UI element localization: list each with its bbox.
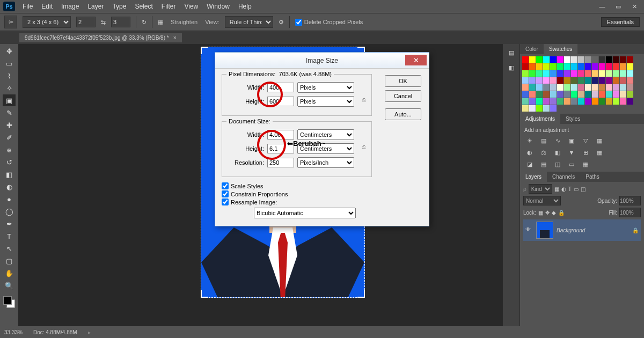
gear-icon[interactable]: ⚙ (279, 19, 284, 26)
close-button[interactable]: ✕ (627, 2, 642, 11)
history-icon[interactable]: ▤ (506, 47, 517, 58)
swatch[interactable] (606, 84, 612, 91)
maximize-button[interactable]: ▭ (611, 2, 626, 11)
pixel-height-unit-select[interactable]: Pixels (297, 96, 354, 107)
swatch[interactable] (599, 56, 605, 63)
swatch[interactable] (578, 56, 584, 63)
adjustments-tab[interactable]: Adjustments (520, 114, 560, 124)
swatch[interactable] (592, 63, 598, 70)
swatch[interactable] (585, 56, 591, 63)
swatch[interactable] (543, 70, 550, 77)
crop-icon[interactable]: ✂ (4, 16, 17, 28)
color-picker[interactable] (3, 296, 15, 308)
swatch[interactable] (564, 98, 570, 105)
swatch[interactable] (578, 84, 584, 91)
swatch[interactable] (543, 84, 550, 91)
swatch[interactable] (599, 70, 605, 77)
swatch[interactable] (620, 98, 626, 105)
scale-styles-checkbox[interactable]: Scale Styles (222, 182, 422, 189)
path-tool[interactable]: ↖ (3, 243, 16, 254)
resample-checkbox[interactable]: Resample Image: (222, 199, 422, 205)
pixel-height-input[interactable] (267, 97, 294, 106)
lock-all-icon[interactable]: ▦ (538, 210, 543, 216)
swatch[interactable] (599, 98, 605, 105)
swatch[interactable] (620, 77, 626, 84)
filter-type-icon[interactable]: T (568, 186, 572, 192)
exposure-icon[interactable]: ▣ (566, 136, 577, 145)
crop-tool[interactable]: ▣ (3, 94, 16, 106)
swatch[interactable] (557, 77, 564, 84)
swatch[interactable] (578, 98, 584, 105)
shape-tool[interactable]: ▢ (3, 255, 16, 267)
swatch[interactable] (543, 105, 550, 112)
swatch[interactable] (536, 91, 543, 98)
doc-width-input[interactable] (267, 130, 294, 139)
swatch[interactable] (522, 56, 529, 63)
workspace-button[interactable]: Essentials (601, 17, 640, 27)
swatch[interactable] (522, 77, 529, 84)
swatch[interactable] (606, 98, 612, 105)
swatch[interactable] (529, 84, 536, 91)
swatch[interactable] (578, 63, 584, 70)
swatch[interactable] (585, 91, 591, 98)
brightness-icon[interactable]: ☀ (524, 136, 535, 145)
healing-tool[interactable]: ✚ (3, 119, 16, 131)
eyedropper-tool[interactable]: ✎ (3, 107, 16, 119)
swatch[interactable] (627, 98, 633, 105)
doc-constrain-link-icon[interactable]: ⎌ (360, 136, 368, 157)
menu-window[interactable]: Window (202, 1, 234, 12)
gradient-map-icon[interactable]: ▭ (566, 160, 577, 168)
swatch[interactable] (529, 91, 536, 98)
swatch[interactable] (571, 91, 577, 98)
lock-icon[interactable]: 🔒 (558, 210, 565, 216)
swatch[interactable] (620, 70, 626, 77)
mixer-icon[interactable]: ⊞ (580, 148, 591, 157)
swatch[interactable] (557, 84, 564, 91)
swatch[interactable] (585, 84, 591, 91)
swatch[interactable] (571, 77, 577, 84)
swatch[interactable] (627, 70, 633, 77)
menu-image[interactable]: Image (57, 1, 83, 12)
swatch[interactable] (550, 98, 557, 105)
filter-adjust-icon[interactable]: ◐ (561, 186, 566, 192)
menu-type[interactable]: Type (108, 1, 130, 12)
swatch[interactable] (578, 91, 584, 98)
swatch[interactable] (606, 63, 612, 70)
swatch[interactable] (620, 63, 626, 70)
swatch[interactable] (529, 98, 536, 105)
filter-kind-select[interactable]: Kind (529, 184, 552, 194)
ok-button[interactable]: OK (385, 75, 421, 87)
tab-close-icon[interactable]: × (173, 35, 177, 41)
swatch[interactable] (599, 77, 605, 84)
swatch[interactable] (522, 84, 529, 91)
resolution-input[interactable] (267, 158, 294, 167)
swatch[interactable] (564, 77, 570, 84)
swatch[interactable] (613, 77, 619, 84)
swatch[interactable] (571, 63, 577, 70)
swatch[interactable] (627, 56, 633, 63)
threshold-icon[interactable]: ◫ (552, 160, 563, 168)
swatch[interactable] (536, 105, 543, 112)
swatch[interactable] (543, 56, 550, 63)
visibility-icon[interactable]: 👁 (525, 226, 533, 234)
swatch[interactable] (571, 56, 577, 63)
swatch[interactable] (557, 91, 564, 98)
levels-icon[interactable]: ▤ (538, 136, 549, 145)
crop-height-input[interactable] (111, 17, 130, 27)
zoom-level[interactable]: 33.33% (4, 329, 23, 335)
swatch[interactable] (592, 77, 598, 84)
auto-button[interactable]: Auto... (385, 108, 421, 120)
swatch[interactable] (606, 77, 612, 84)
minimize-button[interactable]: — (595, 2, 610, 11)
swatch[interactable] (620, 56, 626, 63)
swatch[interactable] (564, 70, 570, 77)
swatch[interactable] (585, 70, 591, 77)
swatch[interactable] (613, 98, 619, 105)
menu-layer[interactable]: Layer (83, 1, 108, 12)
resolution-unit-select[interactable]: Pixels/Inch (297, 157, 354, 168)
swatch[interactable] (550, 91, 557, 98)
vibrance-icon[interactable]: ▽ (580, 136, 591, 145)
swatch[interactable] (571, 70, 577, 77)
swatch[interactable] (585, 77, 591, 84)
menu-filter[interactable]: Filter (157, 1, 180, 12)
